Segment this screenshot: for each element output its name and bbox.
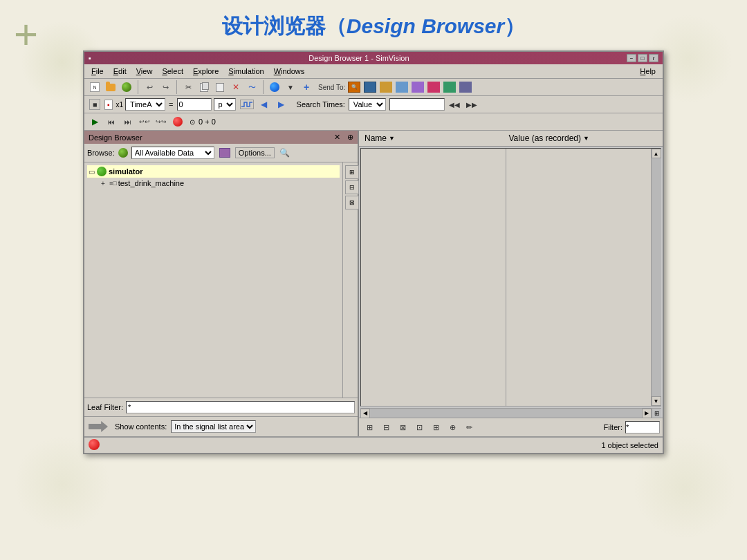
panel-header: Design Browser ✕ ⊕: [84, 131, 358, 144]
unit-select[interactable]: ps: [214, 98, 236, 111]
menu-file[interactable]: File: [87, 66, 108, 77]
wave-icon: 〜: [248, 82, 256, 93]
tree-expand-simulator[interactable]: ▭: [89, 168, 97, 176]
send-btn-5[interactable]: [410, 80, 425, 94]
action-btn-2[interactable]: ⊟: [345, 180, 359, 194]
step-fwd-btn[interactable]: ↪↪: [154, 115, 169, 129]
name-column-header[interactable]: Name ▼: [362, 132, 506, 144]
send-btn-6[interactable]: [426, 80, 441, 94]
add-btn[interactable]: +: [299, 80, 314, 94]
record-stop-btn[interactable]: [170, 115, 185, 129]
record-button[interactable]: ◼: [87, 97, 102, 111]
undo-button[interactable]: ↩: [142, 80, 157, 94]
search-next-btn[interactable]: ▶▶: [464, 97, 479, 111]
rb-btn-6[interactable]: ⊕: [445, 420, 460, 434]
menu-bar: File Edit View Select Explore Simulation…: [84, 64, 663, 79]
new-button[interactable]: N: [87, 80, 102, 94]
clock-icon: ⊙: [190, 118, 195, 126]
maximize-button[interactable]: □: [638, 54, 647, 62]
title-end: ）: [504, 15, 525, 37]
cut-button[interactable]: ✂: [181, 80, 196, 94]
send-btn-3[interactable]: [378, 80, 394, 94]
scroll-down-btn[interactable]: ▼: [652, 396, 661, 406]
scroll-track: [652, 158, 661, 396]
options-button[interactable]: Options...: [235, 147, 275, 158]
rb-btn-4[interactable]: ⊡: [412, 420, 427, 434]
send-btn-2[interactable]: [362, 80, 378, 94]
menu-simulation[interactable]: Simulation: [224, 66, 268, 77]
stop-to-start-btn[interactable]: ⏮: [104, 115, 119, 129]
show-contents-select[interactable]: In the signal list area In a new window …: [171, 420, 256, 433]
search-type-select[interactable]: Value: [349, 98, 386, 111]
value-column: [506, 149, 651, 406]
panel-close-btn[interactable]: ✕: [334, 133, 340, 142]
arrow-down-btn[interactable]: ▼: [283, 80, 298, 94]
h-scroll-left-btn[interactable]: ◀: [360, 409, 370, 418]
record-icon: ◼: [89, 99, 100, 110]
tree-item-simulator[interactable]: ▭ simulator: [87, 165, 340, 178]
wave-svg: [241, 101, 252, 108]
equals-sign: =: [167, 100, 174, 109]
status-bar: 1 object selected: [84, 436, 663, 453]
test-drink-label: test_drink_machine: [118, 179, 184, 187]
time-signal-select[interactable]: TimeA: [125, 98, 165, 111]
rb-icon-2: ⊟: [383, 423, 389, 432]
action-btn-3[interactable]: ⊠: [345, 196, 359, 209]
scroll-up-btn[interactable]: ▲: [652, 149, 661, 158]
nav-right-btn[interactable]: ▶: [274, 97, 289, 111]
send-btn-8[interactable]: [458, 80, 473, 94]
filter-input[interactable]: [625, 421, 660, 433]
skip-back-btn[interactable]: ⏭: [120, 115, 136, 129]
send-btn-7[interactable]: [442, 80, 457, 94]
rb-btn-7[interactable]: ✏: [461, 420, 477, 434]
waveform-btn[interactable]: [239, 97, 255, 111]
browse-table-btn[interactable]: [217, 146, 232, 160]
minimize-button[interactable]: −: [627, 54, 636, 62]
action-btn-1[interactable]: ⊞: [345, 165, 359, 179]
corner-btn[interactable]: ⊞: [652, 409, 661, 418]
send-btn-1[interactable]: 🔍: [347, 80, 362, 94]
panel-pin-btn[interactable]: ⊕: [347, 133, 353, 142]
simulator-label: simulator: [109, 167, 143, 176]
menu-edit[interactable]: Edit: [109, 66, 131, 77]
globe-btn[interactable]: [267, 80, 282, 94]
search-prev-btn[interactable]: ◀◀: [447, 97, 462, 111]
menu-help[interactable]: Help: [636, 66, 660, 77]
value-column-header[interactable]: Value (as recorded) ▼: [506, 132, 651, 144]
menu-select[interactable]: Select: [158, 66, 187, 77]
play-button[interactable]: ▶: [87, 115, 102, 129]
rb-btn-2[interactable]: ⊟: [378, 420, 394, 434]
rb-icon-6: ⊕: [450, 423, 456, 432]
delete-button[interactable]: ✕: [228, 80, 243, 94]
step-fwd-icon: ↪↪: [156, 118, 167, 125]
send-to-label: Send To:: [318, 84, 345, 91]
rb-btn-1[interactable]: ⊞: [362, 420, 377, 434]
leaf-filter-input[interactable]: [126, 401, 355, 413]
right-panel: Name ▼ Value (as recorded) ▼ ▲ ▼: [359, 131, 663, 436]
file-ops-group: N: [87, 80, 134, 94]
browse-search-btn[interactable]: 🔍: [277, 146, 293, 160]
rb-btn-5[interactable]: ⊞: [428, 420, 443, 434]
copy-button[interactable]: [196, 80, 212, 94]
rb-btn-3[interactable]: ⊠: [395, 420, 410, 434]
redo-button[interactable]: ↪: [158, 80, 173, 94]
h-scroll-right-btn[interactable]: ▶: [642, 409, 652, 418]
time-value-input[interactable]: [177, 98, 212, 111]
menu-explore[interactable]: Explore: [189, 66, 223, 77]
search-input[interactable]: [389, 98, 445, 111]
open-button[interactable]: [103, 80, 118, 94]
step-back-btn[interactable]: ↩↩: [137, 115, 152, 129]
tree-item-test-drink[interactable]: + ≡□ test_drink_machine: [87, 178, 340, 189]
close-button[interactable]: r: [649, 54, 658, 62]
wave-button[interactable]: 〜: [244, 80, 259, 94]
send-btn-4[interactable]: [394, 80, 409, 94]
paste-button[interactable]: [212, 80, 228, 94]
nav-left-btn[interactable]: ◀: [257, 97, 272, 111]
browse-select[interactable]: All Available Data: [131, 147, 214, 159]
menu-view[interactable]: View: [132, 66, 157, 77]
window-controls: − □ r: [627, 54, 658, 62]
send-to-group: 🔍: [347, 80, 473, 94]
menu-windows[interactable]: Windows: [270, 66, 309, 77]
options-button[interactable]: [119, 80, 134, 94]
tree-expand-test[interactable]: +: [101, 180, 109, 187]
